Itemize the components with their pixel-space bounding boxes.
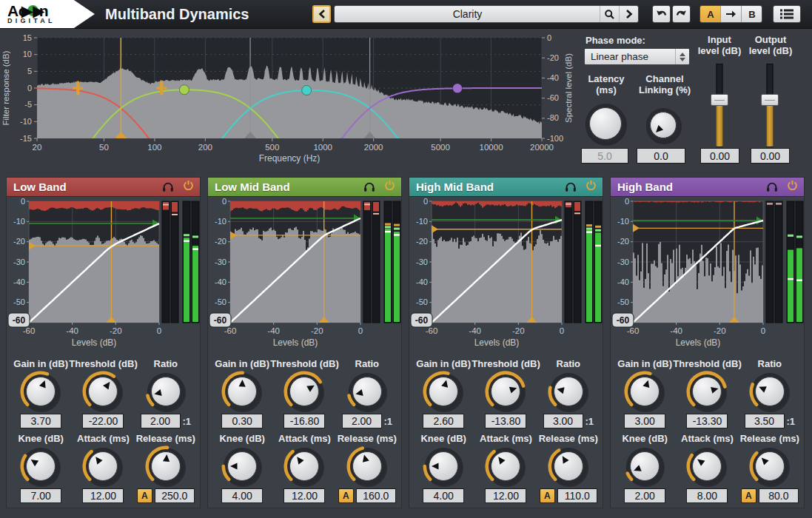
release-knob[interactable] [145,445,187,487]
power-icon[interactable] [384,180,395,194]
menu-button[interactable] [773,5,801,23]
threshold-value[interactable]: -13.80 [485,414,526,428]
knee-value[interactable]: 4.00 [423,488,464,503]
gain-value[interactable]: 3.00 [624,414,665,428]
attack-knob[interactable] [283,445,325,487]
attack-knob[interactable] [82,445,124,487]
ab-b-button[interactable]: B [742,6,762,22]
threshold-value[interactable]: -16.80 [283,414,325,428]
knee-knob[interactable] [20,445,61,487]
redo-button[interactable] [672,5,691,23]
gain-knob[interactable] [624,371,665,412]
ratio-value[interactable]: 3.50 [745,414,785,428]
release-knob[interactable] [346,445,388,487]
band-header[interactable]: Low Band [7,178,200,197]
band-panel-1: Low Mid Band 0-10-20-30-40-50-60-40-200L… [207,177,402,508]
ratio-value[interactable]: 2.00 [141,414,181,428]
channel-linking-label: ChannelLinking (%) [632,73,697,95]
preset-next-button[interactable] [619,6,638,22]
attack-value[interactable]: 12.00 [82,488,124,503]
input-level-value[interactable]: 0.00 [700,148,739,164]
threshold-knob[interactable] [82,371,124,412]
undo-button[interactable] [652,5,671,23]
slider-handle[interactable] [761,94,779,106]
auto-release-button[interactable]: A [137,488,152,503]
solo-headphones-icon[interactable] [162,181,174,192]
knee-value[interactable]: 2.00 [624,488,665,503]
param-ratio: Ratio 3.50 :1 [739,358,801,428]
svg-text:-10: -10 [215,217,227,226]
attack-knob[interactable] [686,445,728,487]
band-transfer-graph[interactable]: 0-10-20-30-40-50-60-40-200Levels (dB)-60 [7,197,201,349]
crossover-graph[interactable]: 151050-5-10-150-20-40-60-80-100205010020… [0,29,579,172]
release-value[interactable]: 160.0 [356,488,396,503]
attack-value[interactable]: 8.00 [686,488,728,503]
channel-linking-knob[interactable] [644,106,682,144]
attack-value[interactable]: 12.00 [485,488,526,503]
output-level-value[interactable]: 0.00 [751,148,790,164]
ratio-knob[interactable] [749,371,791,412]
solo-headphones-icon[interactable] [766,181,778,192]
knee-value[interactable]: 7.00 [20,488,61,503]
band-transfer-graph[interactable]: 0-10-20-30-40-50-60-40-200Levels (dB)-60 [611,197,805,349]
band-header[interactable]: Low Mid Band [208,178,401,197]
latency-knob[interactable] [583,101,628,146]
threshold-knob[interactable] [686,371,728,412]
threshold-value[interactable]: -22.00 [82,414,124,428]
band-transfer-graph[interactable]: 0-10-20-30-40-50-60-40-200Levels (dB)-60 [208,197,403,349]
solo-headphones-icon[interactable] [363,181,375,192]
gain-value[interactable]: 0.30 [221,414,263,428]
power-icon[interactable] [585,180,597,194]
ratio-value[interactable]: 2.00 [342,414,382,428]
auto-release-button[interactable]: A [540,488,555,503]
band-header[interactable]: High Mid Band [409,178,603,197]
band-header[interactable]: High Band [611,178,804,197]
knee-knob[interactable] [423,445,464,487]
threshold-value[interactable]: -13.30 [686,414,728,428]
spinner-arrows-icon[interactable] [675,49,689,64]
knee-knob[interactable] [624,445,665,487]
ratio-knob[interactable] [145,371,187,412]
gain-knob[interactable] [423,371,464,412]
gain-knob[interactable] [20,371,61,412]
ratio-knob[interactable] [548,371,589,412]
release-value[interactable]: 80.0 [759,488,799,503]
solo-headphones-icon[interactable] [565,181,577,192]
threshold-knob[interactable] [283,371,325,412]
release-value[interactable]: 250.0 [155,488,195,503]
release-knob[interactable] [749,445,791,487]
svg-text:-60: -60 [13,315,26,326]
gain-value[interactable]: 2.60 [423,414,464,428]
gain-value[interactable]: 3.70 [20,414,61,428]
ab-copy-button[interactable] [721,6,742,22]
release-value[interactable]: 110.0 [557,488,597,503]
channel-linking-value[interactable]: 0.0 [637,148,685,164]
slider-handle[interactable] [711,94,728,106]
preset-bar[interactable]: Clarity [334,5,639,23]
power-icon[interactable] [183,180,194,194]
threshold-knob[interactable] [485,371,526,412]
auto-release-button[interactable]: A [741,488,756,503]
output-level-slider[interactable] [760,64,779,147]
ratio-value[interactable]: 3.00 [543,414,583,428]
ab-compare-control[interactable]: A B [699,5,762,23]
preset-name[interactable]: Clarity [335,6,600,22]
knee-value[interactable]: 4.00 [221,488,263,503]
phase-mode-select[interactable]: Linear phase [584,48,690,65]
attack-value[interactable]: 12.00 [283,488,325,503]
preset-prev-button[interactable] [312,5,331,23]
ab-a-button[interactable]: A [700,6,721,22]
svg-text:-50: -50 [416,297,428,306]
power-icon[interactable] [787,180,798,194]
knee-knob[interactable] [221,445,263,487]
gain-knob[interactable] [221,371,263,412]
release-knob[interactable] [548,445,589,487]
input-level-slider[interactable] [710,64,729,147]
band-title: Low Mid Band [215,181,363,193]
preset-search-button[interactable] [600,6,619,22]
band-transfer-graph[interactable]: 0-10-20-30-40-50-60-40-200Levels (dB)-60 [409,197,604,349]
auto-release-button[interactable]: A [338,488,354,503]
attack-knob[interactable] [485,445,526,487]
ratio-knob[interactable] [346,371,388,412]
svg-text:-10: -10 [617,217,629,226]
